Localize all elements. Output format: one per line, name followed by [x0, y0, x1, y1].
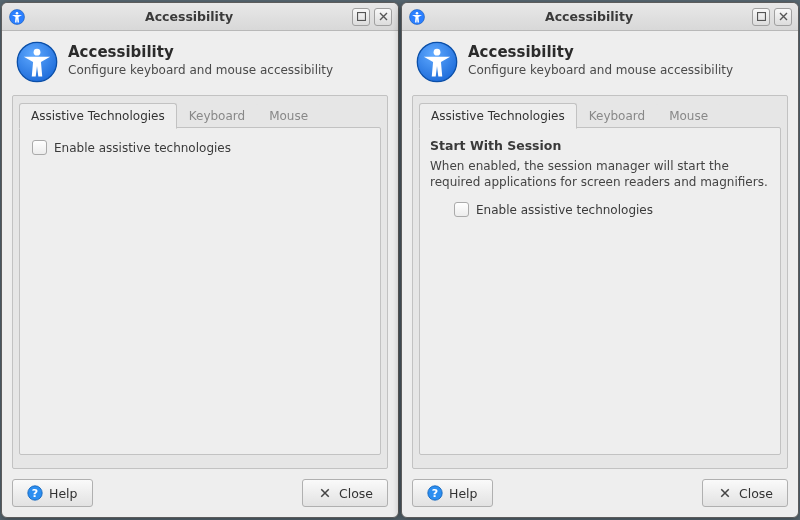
enable-assistive-checkbox[interactable]: [454, 202, 469, 217]
help-button[interactable]: ? Help: [12, 479, 93, 507]
page-subtitle: Configure keyboard and mouse accessibili…: [468, 63, 733, 77]
tab-body: Start With Session When enabled, the ses…: [419, 127, 781, 455]
accessibility-icon: [16, 41, 58, 83]
accessibility-icon: [408, 8, 426, 26]
tab-row: Assistive Technologies Keyboard Mouse: [413, 96, 787, 128]
checkbox-row: Enable assistive technologies: [30, 138, 370, 157]
tab-body: Enable assistive technologies: [19, 127, 381, 455]
checkbox-label: Enable assistive technologies: [476, 203, 653, 217]
enable-assistive-checkbox[interactable]: [32, 140, 47, 155]
content-frame: Assistive Technologies Keyboard Mouse St…: [412, 95, 788, 469]
svg-text:?: ?: [32, 487, 38, 500]
close-button[interactable]: [774, 8, 792, 26]
close-icon: [317, 485, 333, 501]
page-title: Accessibility: [468, 43, 733, 61]
svg-rect-2: [357, 13, 365, 21]
close-icon: [717, 485, 733, 501]
header-area: Accessibility Configure keyboard and mou…: [2, 31, 398, 95]
maximize-button[interactable]: [752, 8, 770, 26]
close-button[interactable]: Close: [702, 479, 788, 507]
close-button-label: Close: [739, 486, 773, 501]
page-subtitle: Configure keyboard and mouse accessibili…: [68, 63, 333, 77]
help-button[interactable]: ? Help: [412, 479, 493, 507]
help-icon: ?: [427, 485, 443, 501]
help-button-label: Help: [49, 486, 78, 501]
svg-text:?: ?: [432, 487, 438, 500]
titlebar[interactable]: Accessibility: [2, 3, 398, 31]
window-title: Accessibility: [426, 9, 752, 24]
button-row: ? Help Close: [2, 479, 398, 517]
titlebar-buttons: [352, 8, 392, 26]
svg-point-8: [416, 11, 419, 14]
svg-point-11: [434, 49, 441, 56]
tab-row: Assistive Technologies Keyboard Mouse: [13, 96, 387, 128]
window-title: Accessibility: [26, 9, 352, 24]
checkbox-label: Enable assistive technologies: [54, 141, 231, 155]
page-title: Accessibility: [68, 43, 333, 61]
button-row: ? Help Close: [402, 479, 798, 517]
tab-assistive[interactable]: Assistive Technologies: [419, 103, 577, 129]
tab-assistive[interactable]: Assistive Technologies: [19, 103, 177, 129]
help-button-label: Help: [449, 486, 478, 501]
content-frame: Assistive Technologies Keyboard Mouse En…: [12, 95, 388, 469]
accessibility-icon: [8, 8, 26, 26]
close-button-label: Close: [339, 486, 373, 501]
tab-keyboard[interactable]: Keyboard: [177, 103, 257, 129]
tab-mouse[interactable]: Mouse: [657, 103, 720, 129]
titlebar[interactable]: Accessibility: [402, 3, 798, 31]
checkbox-row: Enable assistive technologies: [452, 200, 770, 219]
section-desc: When enabled, the session manager will s…: [430, 158, 770, 190]
svg-rect-9: [757, 13, 765, 21]
maximize-button[interactable]: [352, 8, 370, 26]
window-right: Accessibility: [401, 2, 799, 518]
tab-keyboard[interactable]: Keyboard: [577, 103, 657, 129]
titlebar-buttons: [752, 8, 792, 26]
tab-mouse[interactable]: Mouse: [257, 103, 320, 129]
accessibility-icon: [416, 41, 458, 83]
help-icon: ?: [27, 485, 43, 501]
header-area: Accessibility Configure keyboard and mou…: [402, 31, 798, 95]
svg-point-4: [34, 49, 41, 56]
close-button[interactable]: Close: [302, 479, 388, 507]
section-title: Start With Session: [430, 138, 770, 153]
svg-point-1: [16, 11, 19, 14]
window-left: Accessibility: [1, 2, 399, 518]
close-button[interactable]: [374, 8, 392, 26]
